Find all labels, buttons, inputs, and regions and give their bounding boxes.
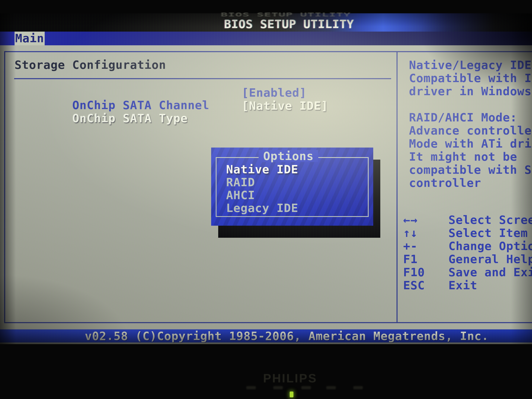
- hint-exit: ESCExit: [403, 279, 532, 292]
- hint-select-item: ↑↓Select Item: [403, 226, 532, 239]
- hint-action: Select Screen: [449, 213, 532, 226]
- popup-option-native-ide[interactable]: Native IDE: [226, 163, 298, 176]
- monitor-bezel: BIOS SETUP UTILITY BIOS SETUP UTILITY Ma…: [0, 0, 532, 399]
- frame-line-left: [4, 51, 5, 323]
- popup-option-list: Native IDE RAID AHCI Legacy IDE: [226, 163, 298, 215]
- setting-label: OnChip SATA Type: [72, 111, 188, 125]
- setting-row-sata-type[interactable]: OnChip SATA Type [Native IDE]: [14, 100, 389, 112]
- help-line: It might not be: [409, 150, 532, 163]
- setting-value: [Enabled]: [242, 86, 306, 99]
- hint-action: Select Item: [449, 226, 528, 239]
- hint-key-arrows-lr: ←→: [403, 213, 449, 226]
- hint-key-arrows-ud: ↑↓: [403, 226, 449, 239]
- hint-change-option: +-Change Option: [403, 239, 532, 253]
- help-panel: Native/Legacy IDE Compatible with ID dri…: [409, 58, 532, 189]
- hint-select-screen: ←→Select Screen: [403, 213, 532, 226]
- help-line: Compatible with ID: [409, 71, 532, 85]
- help-line: [409, 98, 532, 111]
- help-line: compatible with SC: [409, 163, 532, 176]
- popup-option-legacy-ide[interactable]: Legacy IDE: [226, 202, 298, 215]
- copyright-text: v02.58 (C)Copyright 1985-2006, American …: [85, 329, 489, 342]
- hint-key-plus-minus: +-: [403, 239, 449, 253]
- hint-action: General Help: [449, 253, 532, 266]
- bezel-button-mark[interactable]: [273, 386, 283, 389]
- bezel-button-mark[interactable]: [353, 386, 363, 389]
- bezel-button-mark[interactable]: [301, 386, 311, 389]
- bezel-button-mark[interactable]: [246, 386, 256, 389]
- hint-action: Exit: [449, 279, 477, 292]
- help-line: Native/Legacy IDE: [409, 58, 532, 71]
- help-line: driver in Windows: [409, 85, 532, 98]
- frame-line-bottom: [4, 322, 532, 323]
- title-bar: BIOS SETUP UTILITY BIOS SETUP UTILITY: [0, 13, 532, 32]
- help-line: RAID/AHCI Mode:: [409, 111, 532, 124]
- hint-key-esc: ESC: [403, 279, 449, 292]
- section-separator: [14, 78, 391, 79]
- hint-general-help: F1General Help: [403, 253, 532, 266]
- footer-bar: v02.58 (C)Copyright 1985-2006, American …: [0, 329, 532, 342]
- menu-bar: Main: [0, 32, 532, 45]
- hint-key-f10: F10: [403, 266, 449, 279]
- popup-title: Options: [259, 150, 318, 162]
- frame-line-top: [4, 51, 532, 52]
- options-popup: Options Native IDE RAID AHCI Legacy IDE: [211, 147, 373, 226]
- content-area: Storage Configuration OnChip SATA Channe…: [0, 45, 532, 329]
- popup-option-ahci[interactable]: AHCI: [226, 189, 298, 202]
- tab-main[interactable]: Main: [14, 32, 45, 45]
- power-led: [290, 392, 293, 397]
- hint-key-f1: F1: [403, 253, 449, 266]
- monitor-brand-logo: PHILIPS: [263, 371, 317, 385]
- hint-save-exit: F10Save and Exit: [403, 266, 532, 279]
- key-hints-panel: ←→Select Screen ↑↓Select Item +-Change O…: [403, 213, 532, 292]
- hint-action: Save and Exit: [449, 266, 532, 279]
- hint-action: Change Option: [449, 239, 532, 253]
- setting-row-sata-channel[interactable]: OnChip SATA Channel [Enabled]: [14, 86, 389, 99]
- section-title: Storage Configuration: [14, 59, 166, 71]
- app-title: BIOS SETUP UTILITY: [224, 18, 354, 30]
- setting-value: [Native IDE]: [242, 100, 328, 112]
- help-line: controller: [409, 176, 532, 189]
- help-line: Mode with ATi driv: [409, 137, 532, 150]
- popup-option-raid[interactable]: RAID: [226, 176, 298, 189]
- bios-screen: BIOS SETUP UTILITY BIOS SETUP UTILITY Ma…: [0, 13, 532, 344]
- bezel-button-mark[interactable]: [326, 386, 336, 389]
- burn-in-ghost-title: BIOS SETUP UTILITY: [221, 12, 351, 17]
- panel-divider: [397, 51, 398, 323]
- help-line: Advance controller: [409, 124, 532, 137]
